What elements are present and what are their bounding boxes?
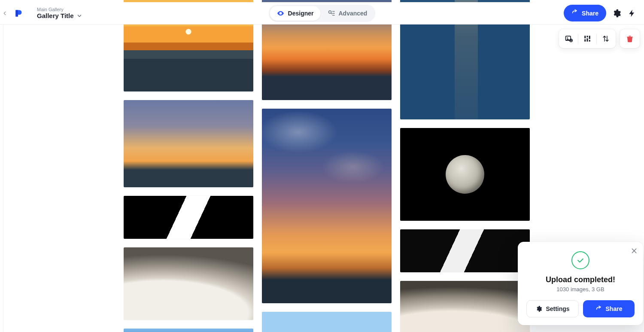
svg-rect-13 <box>589 36 590 39</box>
back-button[interactable] <box>2 10 8 16</box>
toast-headline: Upload completed! <box>546 275 615 284</box>
success-check-icon <box>571 251 589 269</box>
svg-rect-12 <box>587 36 588 37</box>
title-block[interactable]: Main Gallery Gallery Title <box>37 7 82 20</box>
floating-toolbar <box>559 29 640 48</box>
gallery-tile[interactable] <box>124 329 253 332</box>
image-plus-icon <box>565 34 573 43</box>
svg-rect-16 <box>589 40 590 42</box>
toast-share-label: Share <box>606 305 623 312</box>
chevron-down-icon <box>76 13 82 19</box>
toast-actions: Settings Share <box>526 300 635 317</box>
gallery-tile[interactable] <box>124 196 253 239</box>
layout-grid-icon <box>583 35 591 43</box>
share-button[interactable]: Share <box>564 5 606 21</box>
trash-icon <box>626 35 634 43</box>
gallery-column <box>400 0 530 332</box>
mode-advanced-label: Advanced <box>339 10 368 17</box>
topbar: Main Gallery Gallery Title Designer Adva… <box>0 2 644 24</box>
gallery-tile[interactable] <box>400 281 530 332</box>
left-rail <box>0 24 3 332</box>
gallery-tile[interactable] <box>400 229 530 272</box>
gear-icon <box>535 305 542 312</box>
mode-advanced[interactable]: Advanced <box>321 6 374 21</box>
gallery-tile[interactable] <box>400 128 530 221</box>
app-logo[interactable] <box>11 6 27 21</box>
eye-icon <box>277 9 285 17</box>
upload-complete-toast: Upload completed! 1030 images, 3 GB Sett… <box>518 242 643 325</box>
topbar-left: Main Gallery Gallery Title <box>0 6 82 21</box>
sort-button[interactable] <box>598 31 614 46</box>
svg-rect-11 <box>584 36 586 38</box>
gallery-tile[interactable] <box>262 312 392 332</box>
toast-settings-button[interactable]: Settings <box>526 300 579 317</box>
gallery-tile[interactable] <box>124 247 253 320</box>
gallery-title: Gallery Title <box>37 12 74 19</box>
close-icon <box>631 247 638 254</box>
delete-button[interactable] <box>622 31 638 46</box>
toolbar-separator <box>578 34 578 43</box>
toast-share-button[interactable]: Share <box>583 300 635 317</box>
layout-button[interactable] <box>579 31 595 46</box>
svg-rect-14 <box>584 40 586 42</box>
gallery-column <box>262 0 392 332</box>
toast-close-button[interactable] <box>629 246 639 256</box>
svg-line-2 <box>331 13 332 14</box>
sort-arrows-icon <box>602 35 610 43</box>
gallery-column <box>124 0 253 332</box>
share-arrow-icon <box>595 305 602 312</box>
gallery-tile[interactable] <box>262 109 392 303</box>
toolbar-separator <box>596 34 597 43</box>
svg-rect-0 <box>15 10 18 16</box>
lightning-icon <box>628 9 636 18</box>
gear-icon <box>612 9 621 18</box>
topbar-right: Share <box>564 5 637 21</box>
mode-designer-label: Designer <box>288 10 314 17</box>
share-arrow-icon <box>571 9 578 17</box>
add-image-button[interactable] <box>561 31 577 46</box>
share-button-label: Share <box>582 10 598 17</box>
mode-designer[interactable]: Designer <box>270 6 321 21</box>
toolbar-group-main <box>559 29 616 48</box>
settings-button[interactable] <box>611 8 622 18</box>
toast-settings-label: Settings <box>546 305 569 312</box>
mode-switcher: Designer Advanced <box>269 5 376 22</box>
gallery-tile[interactable] <box>124 100 253 187</box>
breadcrumb: Main Gallery <box>37 7 82 12</box>
toolbar-group-delete <box>620 29 640 48</box>
svg-point-7 <box>567 37 568 39</box>
gallery-columns <box>124 0 530 332</box>
svg-rect-15 <box>587 38 588 42</box>
lightning-button[interactable] <box>627 8 637 18</box>
toast-subline: 1030 images, 3 GB <box>556 286 604 292</box>
list-search-icon <box>328 9 335 17</box>
